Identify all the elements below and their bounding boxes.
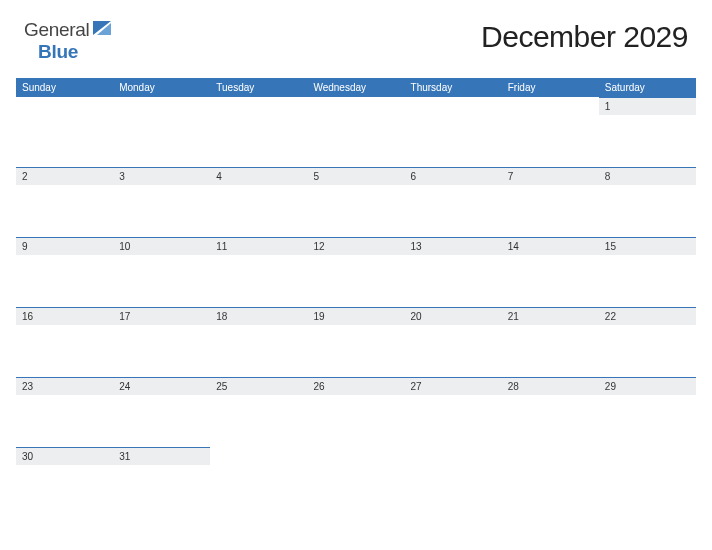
calendar-day: 4 [210, 167, 307, 237]
calendar-week: 2 3 4 5 6 7 8 [16, 167, 696, 237]
calendar-day: 19 [307, 307, 404, 377]
logo-text-blue: Blue [38, 41, 78, 62]
day-number: 31 [113, 448, 210, 465]
calendar-day: 24 [113, 377, 210, 447]
calendar-week: 30 31 [16, 447, 696, 517]
day-number: 12 [307, 238, 404, 255]
calendar-day-empty [502, 447, 599, 517]
day-number: 19 [307, 308, 404, 325]
calendar-day: 1 [599, 97, 696, 167]
calendar-week: 23 24 25 26 27 28 29 [16, 377, 696, 447]
day-number: 18 [210, 308, 307, 325]
weekday-header: Tuesday [210, 79, 307, 97]
calendar-day: 23 [16, 377, 113, 447]
calendar-day: 16 [16, 307, 113, 377]
calendar-day: 30 [16, 447, 113, 517]
calendar-day: 20 [405, 307, 502, 377]
day-number: 8 [599, 168, 696, 185]
calendar-day: 17 [113, 307, 210, 377]
day-number: 3 [113, 168, 210, 185]
day-number: 20 [405, 308, 502, 325]
calendar-day: 18 [210, 307, 307, 377]
calendar-grid: Sunday Monday Tuesday Wednesday Thursday… [16, 78, 696, 517]
day-number: 9 [16, 238, 113, 255]
calendar-day: 7 [502, 167, 599, 237]
calendar-day: 14 [502, 237, 599, 307]
calendar-week: 9 10 11 12 13 14 15 [16, 237, 696, 307]
calendar-day-empty [599, 447, 696, 517]
calendar-day: 22 [599, 307, 696, 377]
day-number: 2 [16, 168, 113, 185]
calendar-day: 11 [210, 237, 307, 307]
day-number: 22 [599, 308, 696, 325]
calendar-week: 1 [16, 97, 696, 167]
calendar-day-empty [113, 97, 210, 167]
calendar-day: 2 [16, 167, 113, 237]
weekday-header: Saturday [599, 79, 696, 97]
day-number: 15 [599, 238, 696, 255]
calendar-title: December 2029 [481, 20, 688, 54]
weekday-header: Sunday [16, 79, 113, 97]
calendar-day: 21 [502, 307, 599, 377]
calendar-day-empty [307, 97, 404, 167]
calendar-day-empty [405, 447, 502, 517]
day-number: 11 [210, 238, 307, 255]
day-number: 25 [210, 378, 307, 395]
calendar-day-empty [210, 447, 307, 517]
day-number: 13 [405, 238, 502, 255]
day-number: 23 [16, 378, 113, 395]
calendar-day: 27 [405, 377, 502, 447]
day-number: 5 [307, 168, 404, 185]
weekday-header: Wednesday [307, 79, 404, 97]
calendar-day: 10 [113, 237, 210, 307]
weekday-header-row: Sunday Monday Tuesday Wednesday Thursday… [16, 78, 696, 97]
calendar-day: 8 [599, 167, 696, 237]
calendar-header: General Blue December 2029 [16, 20, 696, 62]
day-number: 14 [502, 238, 599, 255]
calendar-day: 31 [113, 447, 210, 517]
calendar-day: 5 [307, 167, 404, 237]
calendar-day-empty [307, 447, 404, 517]
day-number: 26 [307, 378, 404, 395]
calendar-day: 25 [210, 377, 307, 447]
day-number: 7 [502, 168, 599, 185]
day-number: 27 [405, 378, 502, 395]
day-number: 29 [599, 378, 696, 395]
calendar-day: 28 [502, 377, 599, 447]
calendar-week: 16 17 18 19 20 21 22 [16, 307, 696, 377]
day-number: 21 [502, 308, 599, 325]
calendar-day: 26 [307, 377, 404, 447]
calendar-day-empty [502, 97, 599, 167]
brand-logo: General Blue [24, 20, 113, 62]
weekday-header: Monday [113, 79, 210, 97]
calendar-day-empty [405, 97, 502, 167]
day-number: 10 [113, 238, 210, 255]
day-number: 28 [502, 378, 599, 395]
calendar-day: 15 [599, 237, 696, 307]
calendar-day: 13 [405, 237, 502, 307]
logo-text-general: General [24, 19, 90, 40]
day-number: 4 [210, 168, 307, 185]
logo-triangle-icon [93, 21, 113, 37]
day-number: 17 [113, 308, 210, 325]
day-number: 1 [599, 98, 696, 115]
calendar-day: 3 [113, 167, 210, 237]
day-number: 6 [405, 168, 502, 185]
calendar-day-empty [16, 97, 113, 167]
day-number: 30 [16, 448, 113, 465]
calendar-day: 6 [405, 167, 502, 237]
calendar-day: 9 [16, 237, 113, 307]
calendar-day-empty [210, 97, 307, 167]
calendar-day: 29 [599, 377, 696, 447]
weekday-header: Friday [502, 79, 599, 97]
weekday-header: Thursday [405, 79, 502, 97]
calendar-day: 12 [307, 237, 404, 307]
day-number: 16 [16, 308, 113, 325]
day-number: 24 [113, 378, 210, 395]
